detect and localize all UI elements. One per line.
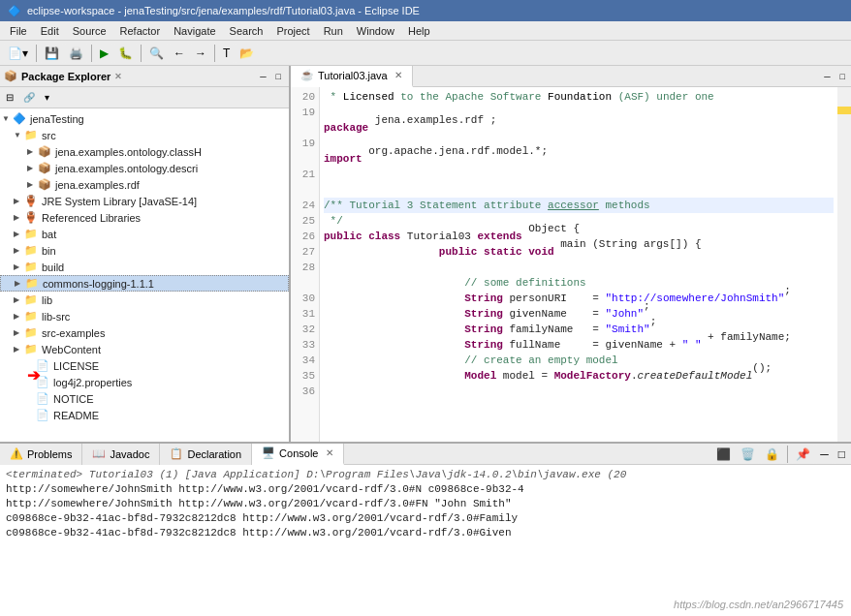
console-terminated-line: <terminated> Tutorial03 (1) [Java Applic… [6, 468, 845, 482]
code-lines[interactable]: * Licensed to the Apache Software Founda… [320, 87, 837, 442]
label-pkg2: jena.examples.ontology.descri [55, 163, 198, 174]
label-bat: bat [42, 229, 56, 240]
tree-item-jenaTesting[interactable]: ▼ 🔷 jenaTesting [0, 110, 289, 127]
package-icon-pkg2: 📦 [37, 161, 52, 176]
open-type-button[interactable]: T [219, 44, 234, 63]
tree-item-libsrc[interactable]: ▶ 📁 lib-src [0, 308, 289, 324]
print-button[interactable]: 🖨️ [65, 44, 87, 63]
project-icon: 🔷 [12, 111, 27, 127]
back-button[interactable]: ← [170, 44, 189, 63]
console-line-1: http://somewhere/JohnSmith http://www.w3… [6, 482, 845, 497]
tab-label: Tutorial03.java [318, 70, 388, 81]
arrow-bat: ▶ [14, 230, 23, 238]
code-area: 20 19 19 21 24 25 26 27 28 30 [291, 87, 851, 442]
label-reflibs: Referenced Libraries [42, 212, 141, 224]
tree-item-log4j2[interactable]: 📄 log4j2.properties [0, 374, 289, 390]
folder-icon-lib: 📁 [23, 293, 39, 308]
menu-refactor[interactable]: Refactor [114, 23, 167, 39]
tree-item-reflibs[interactable]: ▶ 🏺 Referenced Libraries [0, 209, 289, 226]
expand-src: ▼ [14, 131, 23, 139]
editor-minimize[interactable]: ─ [820, 69, 834, 84]
stop-button[interactable]: ⬛ [712, 445, 735, 464]
console-icon: 🖥️ [262, 447, 275, 459]
label-pkg1: jena.examples.ontology.classH [55, 146, 202, 158]
menu-help[interactable]: Help [402, 23, 436, 39]
code-line-20: * Licensed to the Apache Software Founda… [324, 89, 834, 105]
tree-item-bat[interactable]: ▶ 📁 bat [0, 226, 289, 242]
arrow-commons: ▶ [15, 279, 24, 288]
pe-minimize[interactable]: ─ [256, 69, 269, 84]
debug-button[interactable]: 🐛 [114, 44, 137, 63]
tab-problems-label: Problems [27, 448, 72, 460]
editor-maximize[interactable]: □ [836, 69, 849, 84]
menu-edit[interactable]: Edit [35, 23, 65, 39]
tab-declaration[interactable]: 📋 Declaration [160, 444, 252, 465]
collapse-all-button[interactable]: ⊟ [2, 88, 17, 108]
menu-source[interactable]: Source [67, 23, 112, 39]
arrow-pkg1: ▶ [27, 147, 37, 156]
pe-menu-button[interactable]: ▾ [41, 88, 53, 108]
tree-item-commons[interactable]: ▶ 📁 commons-logging-1.1.1 [0, 275, 289, 292]
watermark: https://blog.csdn.net/an2966717445 [674, 599, 843, 610]
arrow-lib: ▶ [14, 295, 23, 304]
console-line-3: c09868ce-9b32-41ac-bf8d-7932c8212dc8 htt… [6, 511, 845, 526]
tab-javadoc-label: Javadoc [110, 448, 149, 460]
open-resource-button[interactable]: 📂 [236, 44, 258, 63]
pe-header-left: 📦 Package Explorer ✕ [4, 70, 122, 82]
console-line-4: c09868ce-9b32-41ac-bf8d-7932c8212dc8 htt… [6, 526, 845, 540]
save-button[interactable]: 💾 [41, 44, 63, 63]
scroll-lock-button[interactable]: 🔒 [761, 445, 783, 464]
link-with-editor-button[interactable]: 🔗 [19, 88, 39, 108]
pin-button[interactable]: 📌 [792, 445, 814, 464]
pe-header: 📦 Package Explorer ✕ ─ □ [0, 66, 289, 87]
menu-file[interactable]: File [4, 23, 33, 39]
tab-javadoc[interactable]: 📖 Javadoc [82, 444, 160, 465]
tree-item-srcexamples[interactable]: ▶ 📁 src-examples [0, 324, 289, 341]
folder-icon-src: 📁 [23, 128, 39, 143]
tree-item-bin[interactable]: ▶ 📁 bin [0, 242, 289, 259]
tab-console-close[interactable]: ✕ [326, 447, 333, 458]
tree-item-webcontent[interactable]: ▶ 📁 WebContent [0, 341, 289, 357]
tab-console[interactable]: 🖥️ Console ✕ [252, 444, 344, 465]
tree-item-pkg2[interactable]: ▶ 📦 jena.examples.ontology.descri [0, 160, 289, 176]
tree-item-jre[interactable]: ▶ 🏺 JRE System Library [JavaSE-14] [0, 193, 289, 209]
label-srcexamples: src-examples [42, 327, 105, 339]
toolbar-sep-2 [91, 45, 92, 62]
tree-item-readme[interactable]: 📄 README [0, 407, 289, 423]
tree-item-pkg1[interactable]: ▶ 📦 jena.examples.ontology.classH [0, 143, 289, 160]
label-webcontent: WebContent [42, 344, 101, 355]
code-line-import: import org.apache.jena.rdf.model.*; [324, 151, 834, 167]
forward-button[interactable]: → [191, 44, 210, 63]
tree-item-notice[interactable]: 📄 NOTICE [0, 390, 289, 407]
tree-item-license[interactable]: 📄 LICENSE [0, 357, 289, 374]
editor-tab-tutorial03[interactable]: ☕ Tutorial03.java ✕ [291, 66, 413, 87]
lower-maximize[interactable]: □ [835, 445, 849, 464]
pe-maximize[interactable]: □ [272, 69, 285, 84]
tab-close-button[interactable]: ✕ [394, 70, 402, 80]
arrow-webcontent: ▶ [14, 345, 23, 354]
run-button[interactable]: ▶ [96, 44, 112, 63]
menu-search[interactable]: Search [224, 23, 269, 39]
arrow-build: ▶ [14, 262, 23, 271]
tree-item-pkg3[interactable]: ▶ 📦 jena.examples.rdf [0, 176, 289, 193]
menu-navigate[interactable]: Navigate [168, 23, 221, 39]
menu-project[interactable]: Project [270, 23, 315, 39]
lower-minimize[interactable]: ─ [816, 445, 833, 464]
clear-button[interactable]: 🗑️ [737, 445, 759, 464]
menu-window[interactable]: Window [351, 23, 400, 39]
tree-item-src[interactable]: ▼ 📁 src [0, 127, 289, 143]
search-button[interactable]: 🔍 [145, 44, 168, 63]
arrow-bin: ▶ [14, 246, 23, 255]
editor-scrollbar[interactable] [837, 87, 851, 442]
tree-item-lib[interactable]: ▶ 📁 lib [0, 292, 289, 308]
label-readme: README [53, 410, 99, 421]
folder-icon-bat: 📁 [23, 227, 39, 242]
label-license: LICENSE [53, 360, 99, 372]
menu-run[interactable]: Run [318, 23, 349, 39]
tab-icon: ☕ [300, 69, 314, 81]
label-build: build [42, 262, 64, 273]
label-commons: commons-logging-1.1.1 [43, 278, 154, 290]
new-button[interactable]: 📄▾ [4, 44, 32, 63]
tab-problems[interactable]: ⚠️ Problems [0, 444, 82, 465]
tree-item-build[interactable]: ▶ 📁 build [0, 259, 289, 275]
